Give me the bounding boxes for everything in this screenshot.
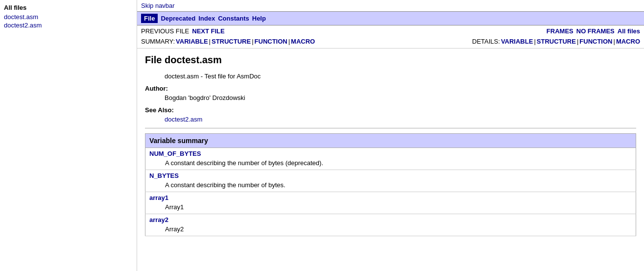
all-files-link[interactable]: All files xyxy=(618,27,640,35)
details-function-link[interactable]: FUNCTION xyxy=(579,38,612,45)
sep1: | xyxy=(209,38,211,45)
summary-function-link[interactable]: FUNCTION xyxy=(255,38,287,45)
summary-variable-link[interactable]: VARIABLE xyxy=(176,38,208,45)
details-variable-link[interactable]: VARIABLE xyxy=(501,38,533,45)
author-value: Bogdan 'bogdro' Drozdowski xyxy=(165,94,636,101)
next-file-link[interactable]: NEXT FILE xyxy=(192,27,224,35)
no-frames-link[interactable]: NO FRAMES xyxy=(576,27,615,35)
see-also-value: doctest2.asm xyxy=(165,116,636,123)
sidebar-file-doctest[interactable]: doctest.asm xyxy=(4,13,133,21)
var-name-link-2[interactable]: array1 xyxy=(149,194,168,201)
var-summary-row: array1 Array1 xyxy=(145,192,636,214)
dsep1: | xyxy=(534,38,535,45)
main-content: Skip navbar File Deprecated Index Consta… xyxy=(137,0,644,271)
variable-summary-header: Variable summary xyxy=(145,134,636,148)
navbar: File Deprecated Index Constants Help xyxy=(137,11,644,25)
var-name-cell: NUM_OF_BYTES xyxy=(145,148,636,158)
sep3: | xyxy=(288,38,290,45)
var-name-link-3[interactable]: array2 xyxy=(149,216,168,223)
details-structure-link[interactable]: STRUCTURE xyxy=(537,38,576,45)
constants-link[interactable]: Constants xyxy=(218,15,249,22)
var-desc-cell-3: Array2 xyxy=(145,224,636,236)
summary-macro-link[interactable]: MACRO xyxy=(291,38,315,45)
summary-label: SUMMARY: xyxy=(141,38,175,45)
summary-row: SUMMARY: VARIABLE | STRUCTURE | FUNCTION… xyxy=(137,37,644,48)
var-summary-row: N_BYTES A constant describing the number… xyxy=(145,170,636,192)
nav-row-left: PREVIOUS FILE NEXT FILE xyxy=(141,27,225,35)
var-summary-row: array2 Array2 xyxy=(145,214,636,236)
nav-row: PREVIOUS FILE NEXT FILE FRAMES NO FRAMES… xyxy=(137,25,644,37)
var-desc-cell-0: A constant describing the number of byte… xyxy=(145,158,636,170)
file-description: doctest.asm - Test file for AsmDoc xyxy=(165,73,636,80)
var-desc-cell-2: Array1 xyxy=(145,202,636,214)
variable-summary-table: Variable summary NUM_OF_BYTES A constant… xyxy=(145,133,636,236)
summary-row-right: DETAILS: VARIABLE | STRUCTURE | FUNCTION… xyxy=(472,38,640,45)
var-name-cell: N_BYTES xyxy=(145,170,636,180)
var-name-link-0[interactable]: NUM_OF_BYTES xyxy=(149,150,201,157)
section-divider xyxy=(145,128,636,128)
see-also-link[interactable]: doctest2.asm xyxy=(165,116,202,123)
details-label: DETAILS: xyxy=(472,38,500,45)
frames-link[interactable]: FRAMES xyxy=(547,27,573,35)
details-macro-link[interactable]: MACRO xyxy=(616,38,640,45)
sidebar-file-doctest2[interactable]: doctest2.asm xyxy=(4,22,133,29)
file-tab[interactable]: File xyxy=(141,14,158,23)
nav-row-right: FRAMES NO FRAMES All files xyxy=(547,27,640,35)
variable-summary-header-row: Variable summary xyxy=(145,134,636,148)
file-content: File doctest.asm doctest.asm - Test file… xyxy=(137,48,644,271)
sep2: | xyxy=(252,38,253,45)
var-name-cell: array2 xyxy=(145,214,636,224)
summary-structure-link[interactable]: STRUCTURE xyxy=(212,38,251,45)
file-title: File doctest.asm xyxy=(145,54,636,66)
var-summary-row: NUM_OF_BYTES A constant describing the n… xyxy=(145,148,636,170)
var-name-cell: array1 xyxy=(145,192,636,202)
index-link[interactable]: Index xyxy=(198,15,215,22)
dsep3: | xyxy=(614,38,615,45)
see-also-label: See Also: xyxy=(145,106,636,114)
skip-navbar-link[interactable]: Skip navbar xyxy=(141,2,175,9)
var-name-link-1[interactable]: N_BYTES xyxy=(149,172,179,179)
dsep2: | xyxy=(577,38,578,45)
deprecated-link[interactable]: Deprecated xyxy=(161,15,195,22)
author-label: Author: xyxy=(145,85,636,92)
previous-file-label: PREVIOUS FILE xyxy=(141,27,189,35)
var-desc-cell-1: A constant describing the number of byte… xyxy=(145,180,636,192)
sidebar: All files doctest.asm doctest2.asm xyxy=(0,0,137,271)
skip-navbar-bar: Skip navbar xyxy=(137,0,644,11)
summary-row-left: SUMMARY: VARIABLE | STRUCTURE | FUNCTION… xyxy=(141,38,315,45)
sidebar-title: All files xyxy=(4,4,133,11)
help-link[interactable]: Help xyxy=(252,15,266,22)
